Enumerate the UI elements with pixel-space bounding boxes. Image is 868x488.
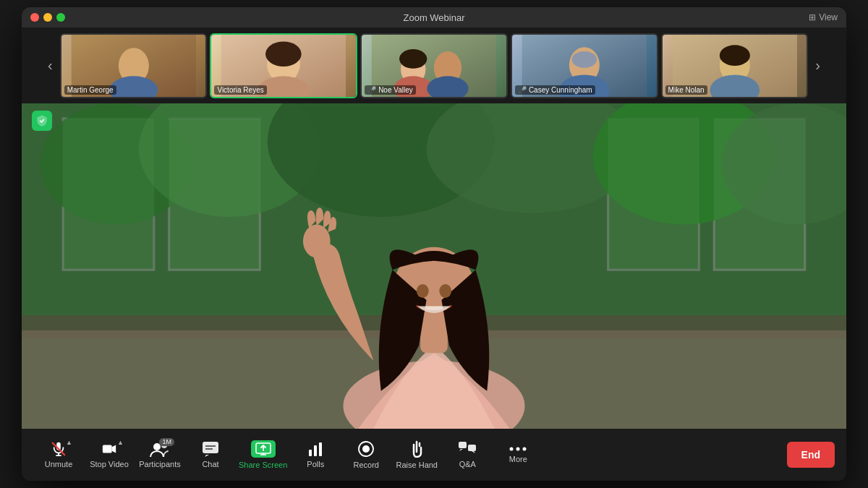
svg-rect-41 [714,119,805,270]
chat-label: Chat [202,460,218,468]
polls-label: Polls [307,460,324,468]
participant-thumb-martin[interactable]: Martin George [60,33,208,98]
polls-button[interactable]: Polls [290,433,341,476]
strip-next-button[interactable]: › [811,57,825,74]
chat-icon [202,441,219,457]
svg-point-72 [523,448,527,451]
polls-icon [307,441,323,457]
participant-name-casey: 🎤 Casey Cunningham [515,85,595,95]
svg-point-15 [399,49,427,69]
participant-thumb-victoria[interactable]: Victoria Reyes [210,33,357,98]
svg-rect-57 [203,442,218,453]
more-button[interactable]: More [493,433,543,476]
svg-rect-63 [309,450,312,456]
participants-count: 1M [159,438,174,446]
svg-rect-54 [103,445,112,453]
participant-label: Martin George [67,86,114,94]
raise-hand-label: Raise Hand [396,461,438,469]
qa-button[interactable]: Q&A [442,433,493,476]
participant-thumb-noe[interactable]: 🎤 Noe Valley [360,33,508,98]
raise-hand-button[interactable]: Raise Hand [391,433,442,476]
qa-icon [458,441,477,457]
participant-label: Victoria Reyes [217,86,263,94]
unmute-button[interactable]: ▲ Unmute [33,433,84,476]
main-video [22,103,846,429]
svg-rect-69 [468,445,476,451]
participant-label: Casey Cunningham [529,86,592,94]
svg-rect-65 [319,442,322,456]
raise-hand-icon [409,440,425,458]
view-label: View [819,12,838,22]
mic-icon: 🎤 [367,86,376,94]
window-title: Zoom Webinar [403,12,464,23]
svg-point-67 [362,445,370,453]
svg-point-71 [516,448,520,451]
microphone-icon: ▲ [51,441,67,457]
participants-strip: ‹ Martin [22,27,846,103]
participants-label: Participants [139,460,180,468]
participant-name-mike: Mike Nolan [665,85,707,95]
svg-point-20 [572,51,597,67]
svg-rect-64 [314,445,317,456]
participant-label: Mike Nolan [668,86,705,94]
security-badge [32,111,52,131]
view-icon: ⊞ [809,12,816,22]
participant-thumb-mike[interactable]: Mike Nolan [661,33,809,98]
svg-rect-40 [608,119,699,270]
participants-icon: 1M [150,441,170,457]
toolbar: ▲ Unmute ▲ Stop Video [22,429,846,481]
share-screen-button[interactable]: Share Screen [236,433,290,476]
svg-rect-68 [459,442,467,448]
share-screen-icon [251,440,276,458]
svg-point-8 [265,41,302,66]
title-bar: Zoom Webinar ⊞ View [22,7,846,27]
participants-button[interactable]: 1M Participants [135,433,185,476]
svg-point-47 [417,284,429,298]
video-icon: ▲ [101,441,118,457]
participant-name-martin: Martin George [64,85,116,95]
chat-button[interactable]: Chat [185,433,236,476]
more-label: More [509,455,527,463]
participant-name-noe: 🎤 Noe Valley [365,85,416,95]
svg-rect-39 [169,119,260,270]
participant-name-victoria: Victoria Reyes [214,85,266,95]
svg-point-25 [719,45,749,66]
svg-point-49 [303,224,331,257]
record-button[interactable]: Record [341,433,391,476]
svg-rect-38 [63,119,154,270]
record-icon [357,440,375,458]
stop-video-button[interactable]: ▲ Stop Video [84,433,135,476]
record-label: Record [354,461,379,469]
svg-point-48 [439,284,451,298]
minimize-button[interactable] [43,13,52,22]
view-button[interactable]: ⊞ View [809,12,838,22]
zoom-window: Zoom Webinar ⊞ View ‹ [22,7,846,481]
svg-point-70 [510,448,514,451]
stop-video-label: Stop Video [90,460,129,468]
mic-icon: 🎤 [518,86,527,94]
strip-prev-button[interactable]: ‹ [43,57,57,74]
qa-label: Q&A [459,460,476,468]
participant-thumb-casey[interactable]: 🎤 Casey Cunningham [511,33,658,98]
video-background [22,103,846,429]
end-button[interactable]: End [787,442,835,468]
maximize-button[interactable] [56,13,65,22]
traffic-lights [30,13,65,22]
participant-label: Noe Valley [378,86,413,94]
close-button[interactable] [30,13,39,22]
unmute-label: Unmute [45,460,73,468]
more-icon [509,446,527,452]
share-screen-label: Share Screen [239,461,287,469]
